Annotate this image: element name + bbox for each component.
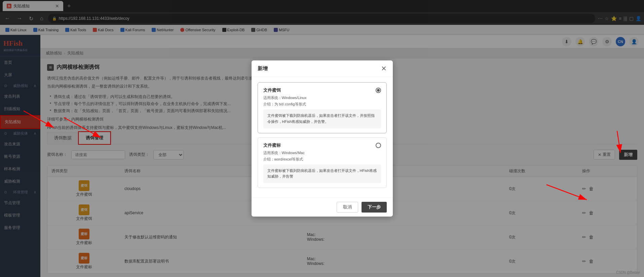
option2-detail: 文件蜜标被下载到防病机器后，如果攻击者打开该文件，HFish将感知威胁，并告警 (263, 165, 381, 183)
option-card-1[interactable]: 文件蜜饵 适用系统：Windows/Linux 介绍：为 txt/.config… (258, 82, 387, 133)
svg-line-1 (24, 111, 54, 128)
option2-radio (376, 143, 381, 148)
modal-body: 文件蜜饵 适用系统：Windows/Linux 介绍：为 txt/.config… (252, 77, 393, 197)
option2-os: 适用系统：Windows/Mac (263, 150, 381, 155)
option1-os: 适用系统：Windows/Linux (263, 95, 381, 100)
cancel-button[interactable]: 取消 (337, 202, 358, 213)
modal-footer: 取消 下一步 (252, 197, 393, 217)
option1-detail: 文件蜜饵被下载到防病机器后，如果攻击者打开该文件，并按照指令操作，HFish将感… (263, 109, 381, 128)
modal-title: 新增 (258, 65, 268, 72)
modal-overlay: 新增 ✕ 文件蜜饵 适用系统：Windows/Linux 介绍：为 txt/.c… (0, 0, 644, 277)
option1-title: 文件蜜饵 (263, 87, 381, 93)
modal-close-button[interactable]: ✕ (381, 65, 387, 72)
option1-desc: 介绍：为 txt/.config等形式 (263, 102, 381, 107)
option2-desc: 介绍：word/excel等形式 (263, 157, 381, 162)
next-button[interactable]: 下一步 (362, 202, 387, 213)
option-card-2[interactable]: 文件蜜标 适用系统：Windows/Mac 介绍：word/excel等形式 文… (258, 137, 387, 188)
option1-radio (376, 88, 381, 93)
option2-title: 文件蜜标 (263, 142, 381, 148)
svg-line-5 (546, 185, 587, 200)
svg-line-3 (64, 118, 101, 138)
svg-line-7 (617, 131, 620, 153)
modal-header: 新增 ✕ (252, 60, 393, 77)
modal: 新增 ✕ 文件蜜饵 适用系统：Windows/Linux 介绍：为 txt/.c… (252, 60, 393, 216)
